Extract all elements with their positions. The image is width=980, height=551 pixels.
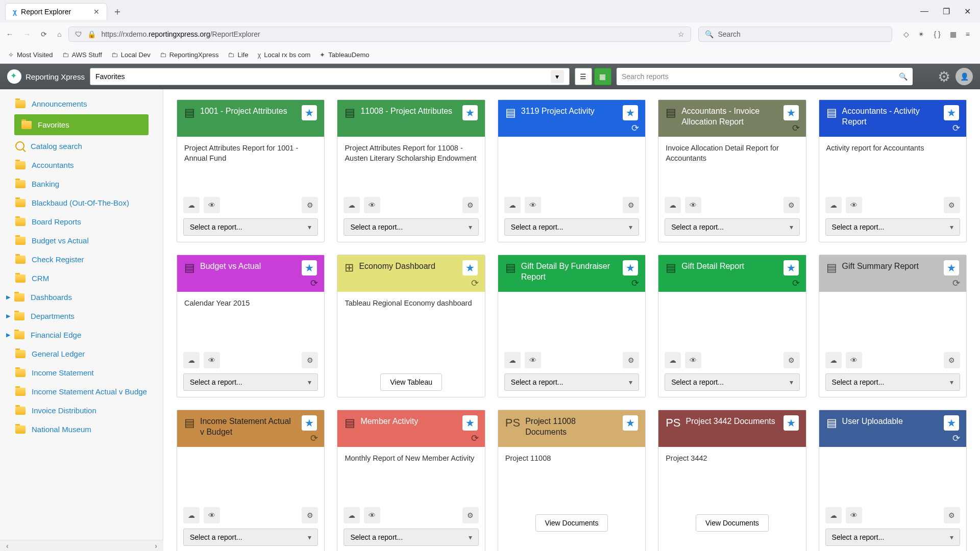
preview-icon[interactable]: 👁 [846, 197, 862, 213]
preview-icon[interactable]: 👁 [846, 352, 862, 368]
sidebar-item[interactable]: General Ledger [0, 344, 163, 363]
sidebar-item[interactable]: ▶Departments [0, 307, 163, 325]
sidebar-scrollbar[interactable]: ‹ › [0, 540, 163, 551]
avatar[interactable]: 👤 [955, 68, 973, 85]
sidebar-item[interactable]: Blackbaud (Out-Of-The-Box) [0, 193, 163, 212]
scroll-left-icon[interactable]: ‹ [6, 542, 9, 550]
reload-icon[interactable]: ⟳ [41, 30, 47, 38]
preview-icon[interactable]: 👁 [204, 352, 220, 368]
report-select-dropdown[interactable]: Select a report...▾ [825, 373, 960, 391]
favorite-star-icon[interactable]: ★ [462, 415, 478, 431]
bookmark-item[interactable]: 🗀Life [228, 51, 248, 59]
gear-icon[interactable]: ⚙ [302, 507, 318, 523]
download-icon[interactable]: ☁ [665, 197, 681, 213]
shield-icon[interactable]: 🛡 [75, 30, 82, 38]
view-documents-button[interactable]: View Documents [535, 514, 608, 532]
favorite-star-icon[interactable]: ★ [623, 260, 638, 276]
list-view-button[interactable]: ☰ [575, 68, 592, 85]
sidebar[interactable]: AnnouncementsFavoritesCatalog searchAcco… [0, 89, 163, 551]
report-select-dropdown[interactable]: Select a report...▾ [183, 529, 318, 546]
sidebar-icon[interactable]: ▦ [950, 30, 957, 38]
gear-icon[interactable]: ⚙ [783, 197, 800, 213]
bookmark-item[interactable]: 🗀AWS Stuff [62, 51, 102, 59]
brand[interactable]: Reporting Xpress [7, 69, 85, 84]
favorite-star-icon[interactable]: ★ [462, 105, 478, 120]
preview-icon[interactable]: 👁 [525, 197, 541, 213]
favorite-star-icon[interactable]: ★ [944, 260, 959, 276]
pocket-icon[interactable]: ◇ [903, 30, 909, 38]
bookmark-item[interactable]: ✦TableauDemo [320, 51, 369, 59]
report-select-dropdown[interactable]: Select a report...▾ [504, 373, 639, 391]
bookmark-item[interactable]: χLocal rx bs com [257, 51, 310, 59]
preview-icon[interactable]: 👁 [525, 352, 541, 368]
report-select-dropdown[interactable]: Select a report...▾ [825, 529, 960, 546]
report-select-dropdown[interactable]: Select a report...▾ [183, 373, 318, 391]
favorite-star-icon[interactable]: ★ [623, 105, 638, 120]
download-icon[interactable]: ☁ [825, 197, 842, 213]
new-tab-button[interactable]: ＋ [112, 5, 122, 18]
gear-icon[interactable]: ⚙ [944, 197, 960, 213]
browser-search[interactable]: 🔍 Search [698, 27, 892, 42]
favorite-star-icon[interactable]: ★ [302, 105, 317, 120]
gear-icon[interactable]: ⚙ [944, 352, 960, 368]
favorite-star-icon[interactable]: ★ [944, 415, 959, 431]
sidebar-item[interactable]: Invoice Distribution [0, 401, 163, 420]
sidebar-item[interactable]: Banking [0, 174, 163, 193]
report-select-dropdown[interactable]: Select a report...▾ [665, 218, 799, 236]
favorite-star-icon[interactable]: ★ [302, 260, 317, 276]
gear-icon[interactable]: ⚙ [462, 197, 479, 213]
grid-area[interactable]: ▤1001 - Project Attributes★Project Attri… [163, 89, 980, 551]
download-icon[interactable]: ☁ [504, 197, 521, 213]
view-documents-button[interactable]: View Documents [696, 514, 769, 532]
report-select-dropdown[interactable]: Select a report...▾ [825, 218, 960, 236]
grid-view-button[interactable]: ▦ [594, 68, 611, 85]
bookmark-star-icon[interactable]: ☆ [678, 30, 684, 38]
favorite-star-icon[interactable]: ★ [783, 260, 799, 276]
preview-icon[interactable]: 👁 [846, 507, 862, 523]
download-icon[interactable]: ☁ [344, 197, 360, 213]
settings-gear-icon[interactable]: ⚙ [938, 68, 950, 85]
context-dropdown[interactable]: Favorites ▾ [90, 68, 570, 85]
minimize-icon[interactable]: — [920, 7, 928, 16]
favorite-star-icon[interactable]: ★ [462, 260, 478, 276]
report-select-dropdown[interactable]: Select a report...▾ [504, 218, 639, 236]
preview-icon[interactable]: 👁 [685, 197, 701, 213]
sidebar-item[interactable]: CRM [0, 269, 163, 288]
gear-icon[interactable]: ⚙ [302, 352, 318, 368]
close-window-icon[interactable]: ✕ [964, 7, 971, 16]
bookmark-item[interactable]: 🗀Local Dev [111, 51, 151, 59]
gear-icon[interactable]: ⚙ [944, 507, 960, 523]
favorite-star-icon[interactable]: ★ [302, 415, 317, 431]
download-icon[interactable]: ☁ [183, 507, 200, 523]
report-select-dropdown[interactable]: Select a report...▾ [665, 373, 799, 391]
download-icon[interactable]: ☁ [183, 352, 200, 368]
report-select-dropdown[interactable]: Select a report...▾ [183, 218, 318, 236]
browser-tab[interactable]: χ Report Explorer ✕ [5, 3, 107, 20]
maximize-icon[interactable]: ❐ [943, 7, 950, 16]
sidebar-item[interactable]: National Museum [0, 420, 163, 439]
search-reports-input[interactable]: Search reports 🔍 [617, 68, 913, 85]
sidebar-item[interactable]: Accountants [0, 156, 163, 174]
download-icon[interactable]: ☁ [504, 352, 521, 368]
sidebar-item[interactable]: Income Statement [0, 363, 163, 382]
download-icon[interactable]: ☁ [665, 352, 681, 368]
close-icon[interactable]: ✕ [93, 8, 100, 16]
download-icon[interactable]: ☁ [825, 507, 842, 523]
url-bar[interactable]: 🛡 🔒 https://rxdemo.reportingxpress.org/R… [68, 27, 691, 42]
favorite-star-icon[interactable]: ★ [783, 415, 799, 431]
preview-icon[interactable]: 👁 [685, 352, 701, 368]
bookmark-item[interactable]: ✧Most Visited [8, 51, 53, 59]
report-select-dropdown[interactable]: Select a report...▾ [344, 218, 478, 236]
devtools-icon[interactable]: { } [934, 30, 940, 38]
sidebar-item[interactable]: Favorites [14, 114, 149, 135]
preview-icon[interactable]: 👁 [364, 197, 380, 213]
forward-icon[interactable]: → [23, 30, 31, 38]
view-tableau-button[interactable]: View Tableau [380, 373, 442, 391]
sidebar-item[interactable]: Income Statement Actual v Budge [0, 382, 163, 401]
sidebar-item[interactable]: ▶Financial Edge [0, 325, 163, 344]
favorite-star-icon[interactable]: ★ [783, 105, 799, 120]
gear-icon[interactable]: ⚙ [623, 197, 639, 213]
gear-icon[interactable]: ⚙ [302, 197, 318, 213]
back-icon[interactable]: ← [6, 30, 13, 38]
sidebar-item[interactable]: Check Register [0, 250, 163, 269]
